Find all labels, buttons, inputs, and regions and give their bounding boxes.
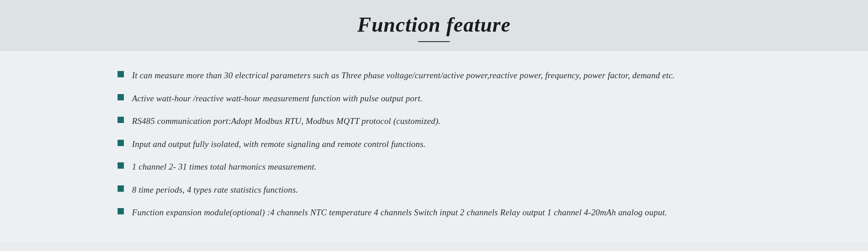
feature-text: Input and output fully isolated, with re… (132, 138, 426, 151)
bullet-icon (118, 117, 124, 123)
title-divider (418, 41, 450, 42)
list-item: Active watt-hour /reactive watt-hour mea… (118, 87, 750, 110)
list-item: It can measure more than 30 electrical p… (118, 64, 750, 87)
feature-text: RS485 communication port:Adopt Modbus RT… (132, 115, 440, 128)
list-item: RS485 communication port:Adopt Modbus RT… (118, 110, 750, 133)
list-item: Function expansion module(optional) :4 c… (118, 201, 750, 224)
list-item: 8 time periods, 4 types rate statistics … (118, 179, 750, 202)
bullet-icon (118, 140, 124, 146)
feature-text: Function expansion module(optional) :4 c… (132, 206, 667, 219)
page-title: Function feature (0, 13, 868, 37)
feature-text: 8 time periods, 4 types rate statistics … (132, 184, 298, 197)
bullet-icon (118, 208, 124, 214)
feature-text: 1 channel 2- 31 times total harmonics me… (132, 161, 316, 174)
feature-list: It can measure more than 30 electrical p… (118, 64, 750, 224)
bullet-icon (118, 71, 124, 77)
list-item: Input and output fully isolated, with re… (118, 133, 750, 156)
feature-text: Active watt-hour /reactive watt-hour mea… (132, 92, 423, 105)
content-section: It can measure more than 30 electrical p… (0, 51, 868, 242)
page-container: Function feature It can measure more tha… (0, 0, 868, 251)
feature-text: It can measure more than 30 electrical p… (132, 69, 675, 82)
bullet-icon (118, 162, 124, 169)
bullet-icon (118, 94, 124, 100)
header-section: Function feature (0, 0, 868, 51)
bullet-icon (118, 185, 124, 192)
list-item: 1 channel 2- 31 times total harmonics me… (118, 156, 750, 179)
